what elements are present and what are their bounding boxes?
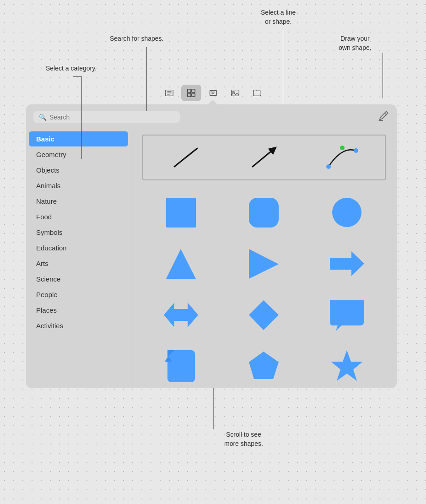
svg-line-15 xyxy=(253,149,274,167)
svg-marker-23 xyxy=(249,249,279,279)
shape-circle[interactable] xyxy=(308,190,386,235)
shape-pentagon[interactable] xyxy=(225,343,302,388)
shape-arrow[interactable] xyxy=(225,139,303,176)
sidebar-item-science[interactable]: Science xyxy=(29,271,128,287)
shapes-area xyxy=(131,127,397,388)
shape-triangle-right[interactable] xyxy=(225,241,302,287)
toolbar-shapes-button[interactable] xyxy=(181,85,201,101)
svg-marker-22 xyxy=(166,249,196,279)
sidebar-item-objects[interactable]: Objects xyxy=(29,163,128,178)
svg-rect-6 xyxy=(187,93,190,97)
shape-arrow-left-right[interactable] xyxy=(142,292,220,338)
sidebar-item-activities[interactable]: Activities xyxy=(29,318,128,333)
annotation-line-category xyxy=(81,76,82,159)
toolbar-media-button[interactable] xyxy=(225,85,245,101)
shape-note[interactable] xyxy=(142,343,220,388)
annotation-draw-shape: Draw yourown shape. xyxy=(339,34,372,52)
shape-speech-bubble[interactable] xyxy=(308,292,386,338)
sidebar-item-nature[interactable]: Nature xyxy=(29,194,128,209)
shape-star[interactable] xyxy=(308,343,386,388)
shape-triangle-up[interactable] xyxy=(142,241,220,287)
toolbar-files-button[interactable] xyxy=(247,85,267,101)
sidebar-item-food[interactable]: Food xyxy=(29,209,128,224)
shape-square[interactable] xyxy=(142,190,220,235)
sidebar-item-people[interactable]: People xyxy=(29,287,128,302)
sidebar-item-arts[interactable]: Arts xyxy=(29,256,128,271)
sidebar-item-animals[interactable]: Animals xyxy=(29,178,128,193)
toolbar-arrow xyxy=(208,100,217,104)
search-icon: 🔍 xyxy=(39,114,47,121)
toolbar-text-button[interactable] xyxy=(159,85,179,101)
shape-line[interactable] xyxy=(147,139,225,176)
svg-rect-4 xyxy=(187,89,190,92)
svg-line-13 xyxy=(174,148,197,167)
shape-arrow-right[interactable] xyxy=(308,241,386,287)
sidebar-item-places[interactable]: Places xyxy=(29,303,128,318)
sidebar-item-symbols[interactable]: Symbols xyxy=(29,225,128,240)
toolbar-textbox-button[interactable] xyxy=(203,85,223,101)
annotation-search-shapes: Search for shapes. xyxy=(110,34,164,43)
svg-rect-11 xyxy=(231,90,239,96)
svg-point-18 xyxy=(340,146,345,150)
svg-rect-7 xyxy=(191,93,194,97)
svg-rect-20 xyxy=(249,198,279,228)
annotation-line-select xyxy=(283,30,283,105)
toolbar xyxy=(159,85,267,101)
pen-icon[interactable] xyxy=(377,110,389,125)
shape-curve[interactable] xyxy=(303,139,381,176)
shapes-grid xyxy=(139,186,389,388)
svg-marker-24 xyxy=(330,251,364,276)
lines-row xyxy=(142,135,386,180)
sidebar: Basic Geometry Objects Animals Nature Fo… xyxy=(26,127,131,388)
svg-marker-25 xyxy=(164,303,198,327)
svg-rect-19 xyxy=(166,198,196,228)
annotation-scroll-more: Scroll to seemore shapes. xyxy=(224,430,263,448)
annotation-line-draw xyxy=(383,53,383,98)
svg-rect-8 xyxy=(210,91,216,96)
svg-marker-31 xyxy=(331,350,363,381)
scroll-indicator-line xyxy=(213,388,214,429)
annotation-select-line: Select a lineor shape. xyxy=(261,8,296,26)
annotation-select-category: Select a category. xyxy=(46,64,97,73)
sidebar-item-geometry[interactable]: Geometry xyxy=(29,147,128,162)
svg-point-16 xyxy=(326,164,331,169)
shape-rounded-square[interactable] xyxy=(225,190,302,235)
annotation-line-search xyxy=(146,47,147,111)
shape-diamond[interactable] xyxy=(225,292,302,338)
sidebar-item-basic[interactable]: Basic xyxy=(29,131,128,146)
search-bar: 🔍 xyxy=(33,111,180,123)
search-input[interactable] xyxy=(49,114,174,121)
svg-rect-27 xyxy=(167,350,195,382)
svg-marker-26 xyxy=(249,300,279,330)
svg-point-17 xyxy=(354,148,358,153)
svg-point-21 xyxy=(332,198,361,227)
svg-marker-30 xyxy=(249,352,279,379)
svg-rect-5 xyxy=(191,89,194,92)
panel-content: Basic Geometry Objects Animals Nature Fo… xyxy=(26,127,397,388)
annotation-line-category-h xyxy=(73,76,81,77)
sidebar-item-education[interactable]: Education xyxy=(29,240,128,255)
